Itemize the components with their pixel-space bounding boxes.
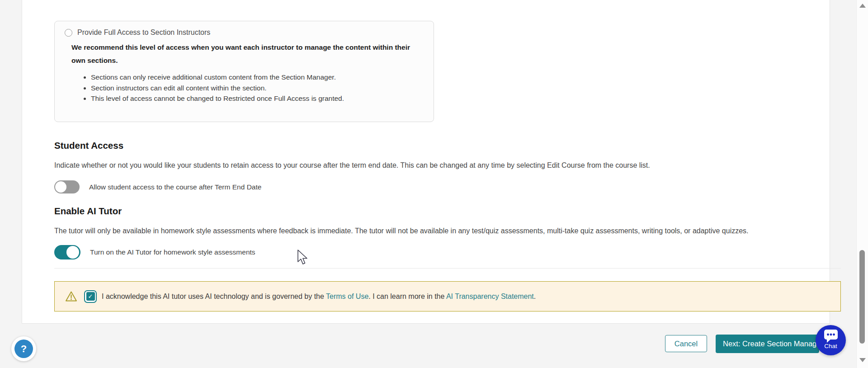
full-access-bullet: Sections can only receive additional cus… xyxy=(91,72,416,83)
chat-bubble-icon xyxy=(823,329,839,344)
ai-acknowledgement-text: I acknowledge this AI tutor uses AI tech… xyxy=(102,293,536,301)
ai-tutor-description: The tutor will only be available in home… xyxy=(54,227,749,235)
student-access-toggle[interactable] xyxy=(54,180,80,193)
student-access-heading: Student Access xyxy=(54,140,123,151)
chat-button[interactable]: Chat xyxy=(816,325,846,355)
ack-text-middle: . I can learn more in the xyxy=(368,293,446,300)
checkbox-checkmark-icon: ✓ xyxy=(86,292,95,301)
section-divider xyxy=(54,268,841,269)
full-access-radio-row[interactable]: Provide Full Access to Section Instructo… xyxy=(65,28,210,37)
ai-acknowledgement-box: ✓ I acknowledge this AI tutor uses AI te… xyxy=(54,281,841,311)
ai-tutor-toggle[interactable] xyxy=(54,245,80,259)
ai-tutor-heading: Enable AI Tutor xyxy=(54,206,122,217)
warning-triangle-icon xyxy=(65,291,77,302)
student-access-toggle-label: Allow student access to the course after… xyxy=(89,183,261,191)
full-access-radio[interactable] xyxy=(65,29,72,37)
question-mark-icon: ? xyxy=(14,340,33,358)
next-create-section-managers-button[interactable]: Next: Create Section Manager xyxy=(716,335,819,353)
ai-acknowledgement-checkbox[interactable]: ✓ xyxy=(84,290,97,303)
student-access-toggle-row: Allow student access to the course after… xyxy=(54,180,261,193)
toggle-knob xyxy=(55,181,66,193)
help-button[interactable]: ? xyxy=(11,336,36,361)
full-access-radio-label: Provide Full Access to Section Instructo… xyxy=(77,28,210,37)
full-access-option-panel: Provide Full Access to Section Instructo… xyxy=(54,21,434,122)
mouse-cursor xyxy=(297,250,309,266)
cancel-button[interactable]: Cancel xyxy=(665,335,707,352)
full-access-bullet-list: Sections can only receive additional cus… xyxy=(82,72,416,104)
settings-card: Provide Full Access to Section Instructo… xyxy=(22,0,830,324)
scrollbar-up-arrow[interactable] xyxy=(859,4,866,8)
toggle-knob xyxy=(66,246,79,259)
ai-transparency-statement-link[interactable]: AI Transparency Statement xyxy=(446,293,534,300)
ack-text-after: . xyxy=(534,293,536,300)
ai-tutor-toggle-row: Turn on the AI Tutor for homework style … xyxy=(54,245,255,259)
ai-tutor-toggle-label: Turn on the AI Tutor for homework style … xyxy=(90,248,255,256)
ack-text-before: I acknowledge this AI tutor uses AI tech… xyxy=(102,293,326,300)
scrollbar-down-arrow[interactable] xyxy=(859,358,866,362)
full-access-bullet: Section instructors can edit all content… xyxy=(91,83,416,94)
student-access-description: Indicate whether or not you would like y… xyxy=(54,161,650,170)
terms-of-use-link[interactable]: Terms of Use xyxy=(326,293,368,300)
chat-button-label: Chat xyxy=(824,343,837,349)
vertical-scrollbar-thumb[interactable] xyxy=(859,250,865,344)
full-access-bullet: This level of access cannot be changed t… xyxy=(91,93,416,104)
full-access-recommendation: We recommend this level of access when y… xyxy=(71,41,422,67)
